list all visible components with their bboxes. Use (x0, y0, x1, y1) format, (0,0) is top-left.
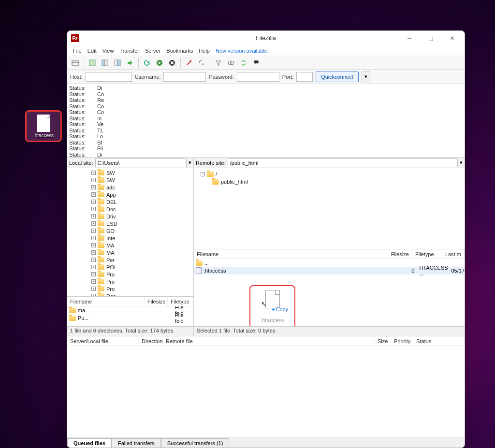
host-input[interactable] (86, 72, 132, 82)
list-item[interactable]: maFile fold (67, 306, 193, 314)
tree-item[interactable]: +Pro (91, 285, 193, 292)
password-input[interactable] (237, 72, 279, 82)
remote-site-input[interactable] (228, 159, 458, 167)
username-input[interactable] (163, 72, 206, 82)
collapse-icon[interactable]: − (201, 172, 205, 176)
expand-icon[interactable]: + (91, 178, 96, 182)
expand-icon[interactable]: + (91, 221, 96, 226)
tree-item[interactable]: +MA (91, 242, 193, 249)
transfer-queue[interactable] (67, 346, 465, 437)
local-tree[interactable]: +SW+SW+adc+App+DEL+Doc+Driv+ESD+GO+Inte+… (67, 168, 193, 296)
tree-item[interactable]: +Pro (91, 278, 193, 285)
col-filesize[interactable]: Filesize (390, 249, 412, 259)
expand-icon[interactable]: + (91, 287, 96, 291)
expand-icon[interactable]: + (91, 171, 96, 175)
remote-root[interactable]: / (216, 171, 217, 177)
remote-tree[interactable]: − / public_html (194, 168, 465, 249)
tree-item[interactable]: +Inte (91, 234, 193, 242)
expand-icon[interactable]: + (91, 207, 96, 211)
desktop-file-htaccess[interactable]: .htaccess (25, 110, 62, 142)
remote-site-dropdown-icon[interactable]: ▾ (460, 159, 463, 166)
menu-help[interactable]: Help (199, 48, 210, 54)
maximize-button[interactable]: ▢ (420, 31, 441, 45)
search-button[interactable] (251, 58, 262, 68)
col-filename[interactable]: Filename (194, 249, 390, 259)
tree-item[interactable]: +adc (91, 184, 193, 191)
remote-folder[interactable]: public_html (221, 179, 248, 185)
col-lastmod[interactable]: Last m (442, 249, 465, 259)
tree-item[interactable]: +Driv (91, 213, 193, 220)
col-filetype[interactable]: Filetype (412, 249, 442, 259)
refresh-button[interactable] (142, 58, 152, 68)
menu-file[interactable]: File (73, 48, 82, 54)
tree-item[interactable]: +DEL (91, 198, 193, 205)
expand-icon[interactable]: + (91, 272, 96, 276)
tree-item[interactable]: +Per (91, 256, 193, 263)
site-manager-button[interactable] (70, 58, 81, 68)
menu-transfer[interactable]: Transfer (119, 48, 139, 54)
col-direction[interactable]: Direction (139, 338, 163, 344)
col-size[interactable]: Size (375, 338, 391, 344)
expand-icon[interactable]: + (91, 279, 96, 284)
tree-item[interactable]: +Pro (91, 271, 193, 278)
message-log[interactable]: Status:DiStatus:CoStatus:ReStatus:CoStat… (67, 84, 465, 158)
tree-item[interactable]: +App (91, 191, 193, 198)
col-remote[interactable]: Remote file (163, 338, 375, 344)
close-button[interactable]: ✕ (441, 31, 463, 45)
expand-icon[interactable]: + (91, 214, 96, 218)
tree-item[interactable]: +MA (91, 249, 193, 256)
col-filesize[interactable]: Filesize (145, 297, 168, 306)
cancel-button[interactable] (167, 58, 177, 68)
quickconnect-dropdown[interactable]: ▾ (362, 72, 370, 82)
col-status[interactable]: Status (413, 338, 465, 344)
tree-item[interactable]: +ESD (91, 220, 193, 227)
tab-failed[interactable]: Failed transfers (112, 438, 161, 448)
expand-icon[interactable]: + (91, 236, 96, 240)
tree-item[interactable]: +SW (91, 176, 193, 184)
col-filename[interactable]: Filename (67, 297, 145, 306)
quickconnect-button[interactable]: Quickconnect (316, 72, 359, 82)
minimize-button[interactable]: ─ (399, 31, 420, 45)
expand-icon[interactable]: + (91, 243, 96, 247)
expand-icon[interactable]: + (91, 229, 96, 233)
local-file-list[interactable]: Filename Filesize Filetype maFile foldPu… (67, 296, 193, 326)
expand-icon[interactable]: + (91, 250, 96, 255)
expand-icon[interactable]: + (91, 185, 96, 189)
local-site-input[interactable] (95, 159, 187, 167)
expand-icon[interactable]: + (91, 258, 96, 262)
port-input[interactable] (296, 72, 313, 82)
menu-view[interactable]: View (102, 48, 114, 54)
remote-site-label: Remote site: (196, 160, 226, 166)
toggle-log-button[interactable] (87, 58, 98, 68)
expand-icon[interactable]: + (91, 200, 96, 204)
menu-bookmarks[interactable]: Bookmarks (166, 48, 193, 54)
col-filetype[interactable]: Filetype (168, 297, 193, 306)
filter-button[interactable] (213, 58, 224, 68)
menu-new-version[interactable]: New version available! (216, 48, 269, 54)
remote-file-list[interactable]: Filename Filesize Filetype Last m ↖ +Cop… (194, 249, 465, 326)
menu-edit[interactable]: Edit (87, 48, 97, 54)
list-item[interactable]: Pu...File fold (67, 314, 193, 322)
compare-button[interactable] (226, 58, 236, 68)
tree-item[interactable]: +SW (91, 169, 193, 176)
tree-item[interactable]: +GO (91, 227, 193, 234)
disconnect-button[interactable] (184, 58, 194, 68)
local-site-dropdown-icon[interactable]: ▾ (189, 159, 191, 166)
menu-server[interactable]: Server (145, 48, 160, 54)
tab-successful[interactable]: Successful transfers (1) (161, 438, 230, 448)
toggle-local-tree-button[interactable] (100, 58, 110, 68)
sync-browse-button[interactable] (238, 58, 249, 68)
toggle-queue-button[interactable] (125, 58, 135, 68)
tree-item[interactable]: +POI (91, 263, 193, 271)
tree-item[interactable]: +Doc (91, 205, 193, 213)
toggle-remote-tree-button[interactable] (112, 58, 123, 68)
col-server[interactable]: Server/Local file (67, 338, 139, 344)
reconnect-button[interactable] (196, 58, 207, 68)
list-item[interactable]: .htaccess0HTACCESS ...05/17 (194, 267, 465, 275)
tree-item[interactable]: +Rec (91, 292, 193, 296)
expand-icon[interactable]: + (91, 265, 96, 269)
tab-queued[interactable]: Queued files (67, 438, 112, 448)
expand-icon[interactable]: + (91, 192, 96, 197)
process-queue-button[interactable] (154, 58, 165, 68)
col-priority[interactable]: Priority (391, 338, 413, 344)
